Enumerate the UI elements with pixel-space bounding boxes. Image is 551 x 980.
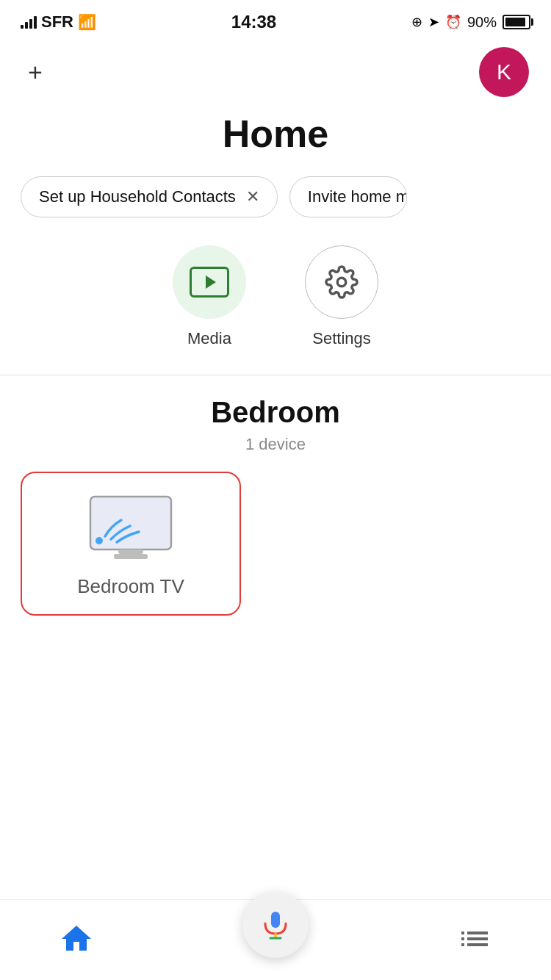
section-divider [0,375,551,375]
media-play-icon [190,267,229,298]
avatar[interactable]: K [479,47,529,97]
signal-icon [21,15,37,29]
battery-icon [503,15,530,29]
navigation-icon: ➤ [428,14,439,30]
mic-fab[interactable] [242,892,309,958]
battery-percentage: 90% [467,14,497,31]
room-bedroom: Bedroom 1 device Bedroom TV [0,396,551,616]
gear-icon [325,265,359,299]
quick-actions: Media Settings [0,245,551,348]
header: + K [0,40,551,104]
bottom-bar [0,899,551,980]
media-circle [173,245,246,319]
device-card-bedroom-tv[interactable]: Bedroom TV [21,472,241,616]
action-media[interactable]: Media [173,245,246,348]
wifi-icon: 📶 [78,13,96,31]
pill-label: Set up Household Contacts [39,187,236,206]
status-time: 14:38 [231,12,276,32]
svg-point-0 [337,278,346,287]
home-nav-icon[interactable] [59,921,94,959]
tv-icon [83,494,179,563]
list-nav-icon[interactable] [457,921,492,959]
status-left: SFR 📶 [21,12,96,32]
alarm-icon: ⏰ [445,14,461,30]
pill-label-partial: Invite home me [308,187,407,206]
settings-circle [305,245,378,319]
action-settings[interactable]: Settings [305,245,378,348]
room-device-count: 1 device [21,435,530,454]
pill-strip: Set up Household Contacts ✕ Invite home … [0,176,551,217]
location-icon: ⊕ [411,14,422,30]
svg-rect-2 [118,550,143,554]
media-label: Media [187,329,231,348]
pill-close-icon[interactable]: ✕ [246,187,259,206]
add-button[interactable]: + [22,57,48,87]
svg-point-4 [96,537,103,544]
pill-household-contacts[interactable]: Set up Household Contacts ✕ [21,176,278,217]
svg-rect-5 [271,912,280,928]
settings-label: Settings [312,329,371,348]
status-bar: SFR 📶 14:38 ⊕ ➤ ⏰ 90% [0,0,551,40]
mic-icon [259,909,292,941]
device-name-bedroom-tv: Bedroom TV [77,575,184,598]
page-title: Home [0,112,551,156]
carrier-name: SFR [41,12,73,32]
room-name: Bedroom [21,396,530,429]
svg-rect-3 [114,554,148,559]
pill-invite-home[interactable]: Invite home me [289,176,407,217]
status-right: ⊕ ➤ ⏰ 90% [411,14,530,31]
